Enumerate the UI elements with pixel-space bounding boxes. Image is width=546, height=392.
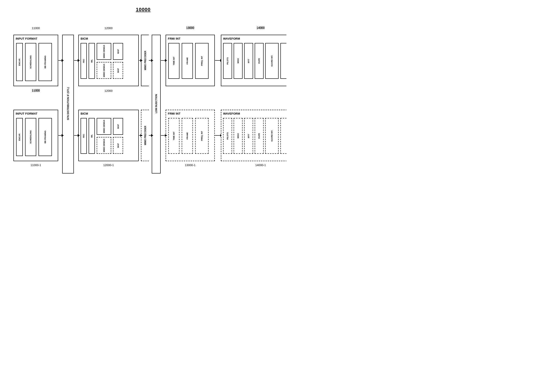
arrow-if1-sfn	[58, 60, 62, 61]
mimo-demux-2-solid-label: MIMO DEMUX	[103, 120, 105, 133]
fec-1: FEC	[81, 43, 87, 79]
bicm-2-box: BICM FEC BIL MIMO DEMUX MAP MIMO DEMUX M…	[78, 110, 139, 161]
diagram: 10000 INPUT FORMAT ENCAP. SCHEDULING BB …	[0, 0, 286, 206]
bicm-1-title: BICM	[81, 37, 88, 40]
frm-1-box: FRM/ INT TIME INT FRAME FREQ. INT	[166, 35, 215, 86]
mimo-demux-2-dashed: MIMO DEMUX	[97, 137, 111, 154]
pilots-1: PILOTS	[223, 43, 232, 79]
map-2-dashed-label: MAP	[117, 143, 119, 148]
label-11000-1: 11000-1	[13, 163, 58, 167]
frm-2-box: FRM/ INT TIME INT FRAME FREQ. INT	[166, 110, 215, 161]
papr-1: PAPR	[255, 43, 264, 79]
freq-int-2-label: FREQ. INT	[201, 131, 203, 141]
mimo-precoder-2-label: MIMO PRECODER	[144, 126, 146, 145]
label-12000-1: 12000-1	[78, 163, 139, 167]
scheduling-2: SCHEDULING	[25, 118, 36, 156]
mimo-demux-2-solid: MIMO DEMUX	[97, 118, 111, 135]
label-13000-top: 13000	[166, 26, 215, 30]
time-int-2-label: TIME INT	[173, 132, 175, 140]
fec-1-label: FEC	[83, 59, 85, 63]
frm-2-title: FRM/ INT	[168, 112, 180, 115]
arrow-bicm2-mimo2	[139, 135, 141, 136]
freq-int-1: FREQ. INT	[195, 43, 208, 79]
arrow-sfn-bicm2	[74, 135, 78, 136]
encap-2-label: ENCAP.	[18, 133, 21, 141]
bil-1-label: BIL	[91, 59, 93, 63]
preamble-2: PREAMBLE	[280, 118, 286, 154]
papr-2: PAPR	[255, 118, 264, 154]
label-12000-top: 12000	[78, 26, 139, 30]
time-int-1-label: TIME INT	[173, 57, 175, 65]
bil-2: BIL	[89, 118, 95, 154]
ldm-label: LDM INJECTION	[155, 94, 157, 113]
miso-2-label: MISO	[237, 133, 239, 138]
frame-1: FRAME	[182, 43, 193, 79]
label-11000-top: 11000	[13, 26, 58, 30]
guard-int-1-label: GUARD INT.	[271, 55, 273, 67]
bbframing-1-label: BB FRAMING	[44, 56, 46, 69]
bicm-1-box: BICM FEC BIL MIMO DEMUX MAP MIMO DEMUX M…	[78, 35, 139, 86]
fec-2: FEC	[81, 118, 87, 154]
waveform-1-box: WAVEFORM PILOTS MISO IFFT PAPR GUARD INT…	[221, 35, 286, 86]
label-12000-pos: 12000	[78, 89, 139, 92]
waveform-2-box: WAVEFORM PILOTS MISO IFFT PAPR GUARD INT…	[221, 110, 286, 161]
papr-2-label: PAPR	[258, 133, 260, 139]
freq-int-2: FREQ. INT	[195, 118, 208, 154]
arrow-if2-sfn	[58, 135, 62, 136]
arrow-ldm-frm1	[161, 60, 165, 61]
frame-1-label: FRAME	[186, 57, 188, 65]
frame-2: FRAME	[182, 118, 193, 154]
encap-1: ENCAP.	[16, 43, 23, 81]
bbframing-1: BB FRAMING	[39, 43, 52, 81]
miso-1-label: MISO	[237, 58, 239, 63]
mimo-demux-1-dashed-label: MIMO DEMUX	[103, 64, 105, 77]
miso-2: MISO	[234, 118, 243, 154]
input-format-1-title: INPUT FORMAT	[16, 37, 37, 40]
mimo-demux-1-solid-label: MIMO DEMUX	[103, 45, 105, 58]
ldm-injection-box: LDM INJECTION	[152, 35, 161, 174]
label-14000-top: 14000	[221, 26, 286, 30]
freq-int-1-label: FREQ. INT	[201, 56, 203, 66]
arrow-frm1-wave1	[215, 60, 221, 61]
arrow-sfn-bicm1	[74, 60, 78, 61]
pilots-1-label: PILOTS	[227, 57, 229, 65]
label-14000-1: 14000-1	[221, 163, 286, 167]
miso-1: MISO	[234, 43, 243, 79]
ifft-2: IFFT	[244, 118, 253, 154]
map-1-dashed: MAP	[113, 62, 123, 79]
frame-2-label: FRAME	[186, 132, 188, 139]
encap-1-label: ENCAP.	[18, 59, 21, 66]
time-int-2: TIME INT	[168, 118, 179, 154]
waveform-2-title: WAVEFORM	[223, 112, 240, 115]
bil-2-label: BIL	[91, 134, 93, 138]
sfn-box: SFN DISTRIBUTION IF (STL)	[62, 35, 74, 174]
arrow-ldm-frm2	[161, 135, 165, 136]
arrow-mimo1-ldm	[149, 60, 151, 61]
mimo-demux-1-dashed: MIMO DEMUX	[97, 62, 111, 79]
arrow-mimo2-ldm	[149, 135, 151, 136]
guard-int-2: GUARD INT.	[265, 118, 279, 154]
preamble-1: PREAMBLE	[280, 43, 286, 79]
sfn-label: SFN DISTRIBUTION IF (STL)	[67, 87, 69, 120]
mimo-demux-1-solid: MIMO DEMUX	[97, 43, 111, 60]
pilots-2-label: PILOTS	[227, 132, 229, 140]
preamble-2-label: PREAMBLE	[286, 130, 286, 142]
scheduling-2-label: SCHEDULING	[30, 130, 32, 144]
fec-2-label: FEC	[83, 134, 85, 138]
ifft-1: IFFT	[244, 43, 253, 79]
map-2-dashed: MAP	[113, 137, 123, 154]
arrow-frm2-wave2	[215, 135, 221, 136]
map-1-solid-label: MAP	[117, 49, 119, 54]
scheduling-1: SCHEDULING	[25, 43, 36, 81]
map-2-solid-label: MAP	[117, 124, 119, 129]
guard-int-2-label: GUARD INT.	[271, 130, 273, 142]
mimo-demux-2-dashed-label: MIMO DEMUX	[103, 139, 105, 152]
bil-1: BIL	[89, 43, 95, 79]
preamble-1-label: PREAMBLE	[286, 55, 286, 67]
input-format-2-title: INPUT FORMAT	[16, 112, 37, 115]
input-format-1-box: INPUT FORMAT ENCAP. SCHEDULING BB FRAMIN…	[13, 35, 58, 86]
pilots-2: PILOTS	[223, 118, 232, 154]
map-1-dashed-label: MAP	[117, 68, 119, 73]
frm-1-title: FRM/ INT	[168, 37, 180, 40]
time-int-1: TIME INT	[168, 43, 179, 79]
